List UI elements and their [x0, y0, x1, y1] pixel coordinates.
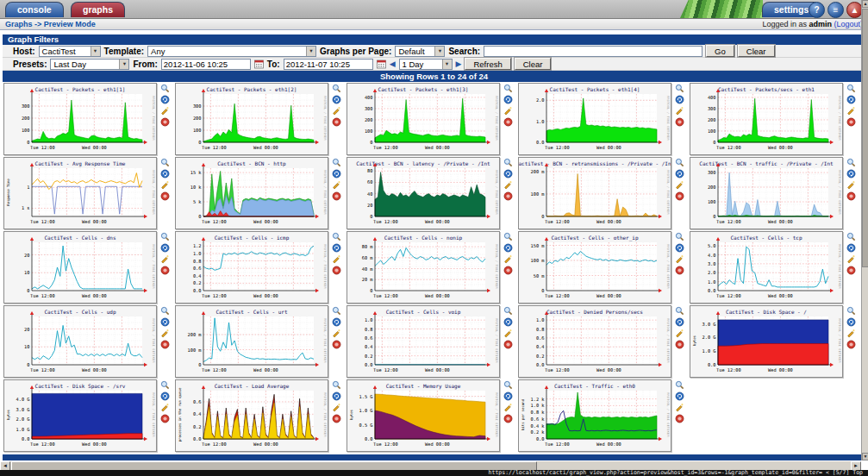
- csv-export-icon[interactable]: [675, 254, 684, 264]
- timespan-select[interactable]: 1 Day: [399, 59, 453, 70]
- csv-export-icon[interactable]: [675, 329, 684, 338]
- graph-thumbnail[interactable]: CactiTest - BCN - latency - /Private - /…: [347, 157, 500, 229]
- kill-graph-icon[interactable]: [846, 266, 856, 275]
- csv-export-icon[interactable]: [503, 329, 513, 338]
- graph-source-icon[interactable]: [675, 317, 684, 327]
- kill-graph-icon[interactable]: [846, 117, 856, 127]
- kill-graph-icon[interactable]: [675, 117, 684, 127]
- csv-export-icon[interactable]: [846, 254, 856, 264]
- graph-source-icon[interactable]: [503, 169, 513, 178]
- zoom-graph-icon[interactable]: [332, 380, 341, 390]
- kill-graph-icon[interactable]: [675, 191, 684, 201]
- zoom-graph-icon[interactable]: [675, 158, 684, 167]
- zoom-graph-icon[interactable]: [160, 380, 170, 390]
- graph-source-icon[interactable]: [332, 95, 341, 104]
- zoom-graph-icon[interactable]: [160, 84, 170, 93]
- zoom-graph-icon[interactable]: [332, 232, 341, 241]
- graph-thumbnail[interactable]: CactiTest - Load Average0.00.20.40.6Tue …: [175, 379, 328, 452]
- graph-thumbnail[interactable]: CactiTest - BCN - traffic - /Private - /…: [690, 157, 843, 229]
- csv-export-icon[interactable]: [160, 254, 170, 264]
- graph-thumbnail[interactable]: CactiTest - Packets - eth1[3]01002003004…: [347, 83, 500, 155]
- go-button[interactable]: Go: [706, 45, 734, 57]
- tab-console[interactable]: console: [5, 2, 64, 17]
- csv-export-icon[interactable]: [160, 180, 170, 190]
- zoom-graph-icon[interactable]: [332, 306, 341, 316]
- clear-button[interactable]: Clear: [738, 45, 775, 57]
- kill-graph-icon[interactable]: [160, 414, 170, 423]
- graph-source-icon[interactable]: [675, 243, 684, 253]
- kill-graph-icon[interactable]: [503, 117, 513, 127]
- csv-export-icon[interactable]: [675, 180, 684, 190]
- zoom-graph-icon[interactable]: [160, 158, 170, 167]
- graph-source-icon[interactable]: [846, 317, 856, 327]
- graph-thumbnail[interactable]: CactiTest - Avg Response Time11 sTue 12:…: [3, 157, 157, 229]
- graph-thumbnail[interactable]: CactiTest - Packets - eth1[4]0.01.02.0Tu…: [518, 83, 671, 155]
- logout-link[interactable]: (Logout): [834, 20, 863, 28]
- tab-graphs[interactable]: graphs: [71, 2, 125, 17]
- graph-thumbnail[interactable]: CactiTest - Memory Usage0.00.5 G1.0 G1.5…: [347, 379, 500, 452]
- graph-source-icon[interactable]: [160, 95, 170, 104]
- graph-source-icon[interactable]: [503, 317, 513, 327]
- csv-export-icon[interactable]: [332, 403, 341, 412]
- graph-thumbnail[interactable]: CactiTest - Disk Space - /srv0.01.0 G2.0…: [3, 379, 157, 452]
- kill-graph-icon[interactable]: [503, 191, 513, 201]
- kill-graph-icon[interactable]: [160, 266, 170, 275]
- graph-source-icon[interactable]: [160, 391, 170, 401]
- zoom-graph-icon[interactable]: [846, 232, 856, 241]
- graph-thumbnail[interactable]: CactiTest - Traffic - eth00.00.2 k0.4 k0…: [518, 379, 671, 452]
- csv-export-icon[interactable]: [846, 106, 856, 116]
- kill-graph-icon[interactable]: [503, 414, 513, 423]
- refresh-button[interactable]: Refresh: [465, 58, 510, 70]
- graph-source-icon[interactable]: [332, 243, 341, 253]
- zoom-graph-icon[interactable]: [160, 306, 170, 316]
- kill-graph-icon[interactable]: [332, 191, 341, 201]
- to-input[interactable]: [284, 59, 373, 70]
- scroll-up-arrow-icon[interactable]: ▲: [862, 0, 868, 8]
- csv-export-icon[interactable]: [160, 403, 170, 412]
- zoom-graph-icon[interactable]: [503, 232, 513, 241]
- vertical-scrollbar[interactable]: ▲ ▼: [861, 0, 868, 460]
- graph-source-icon[interactable]: [846, 95, 856, 104]
- csv-export-icon[interactable]: [332, 254, 341, 264]
- csv-export-icon[interactable]: [332, 106, 341, 116]
- graph-source-icon[interactable]: [675, 169, 684, 178]
- csv-export-icon[interactable]: [675, 403, 684, 412]
- csv-export-icon[interactable]: [846, 329, 856, 338]
- zoom-graph-icon[interactable]: [675, 232, 684, 241]
- template-select[interactable]: Any: [147, 46, 316, 57]
- host-select[interactable]: CactiTest: [39, 46, 101, 57]
- graph-source-icon[interactable]: [332, 169, 341, 178]
- graph-source-icon[interactable]: [503, 95, 513, 104]
- graph-thumbnail[interactable]: CactiTest - Disk Space - /0.01.0 G2.0 G3…: [690, 305, 843, 378]
- zoom-graph-icon[interactable]: [503, 84, 513, 93]
- kill-graph-icon[interactable]: [160, 191, 170, 201]
- graph-thumbnail[interactable]: CactiTest - Cells - icmp0.00.20.40.60.81…: [175, 231, 328, 304]
- graph-source-icon[interactable]: [332, 317, 341, 327]
- kill-graph-icon[interactable]: [160, 117, 170, 127]
- csv-export-icon[interactable]: [846, 180, 856, 190]
- csv-export-icon[interactable]: [332, 180, 341, 190]
- graph-source-icon[interactable]: [160, 317, 170, 327]
- kill-graph-icon[interactable]: [675, 414, 684, 423]
- shift-left-icon[interactable]: ◀: [390, 60, 396, 68]
- zoom-graph-icon[interactable]: [332, 84, 341, 93]
- zoom-graph-icon[interactable]: [675, 380, 684, 390]
- per-page-select[interactable]: Default: [395, 46, 445, 57]
- zoom-graph-icon[interactable]: [846, 306, 856, 316]
- graph-thumbnail[interactable]: CactiTest - Packets/secs - eth1010020030…: [690, 83, 843, 155]
- kill-graph-icon[interactable]: [160, 340, 170, 349]
- kill-graph-icon[interactable]: [846, 191, 856, 201]
- graph-source-icon[interactable]: [503, 243, 513, 253]
- kill-graph-icon[interactable]: [503, 340, 513, 349]
- zoom-graph-icon[interactable]: [846, 158, 856, 167]
- zoom-graph-icon[interactable]: [332, 158, 341, 167]
- zoom-graph-icon[interactable]: [503, 380, 513, 390]
- zoom-graph-icon[interactable]: [503, 158, 513, 167]
- graph-source-icon[interactable]: [503, 391, 513, 401]
- graph-source-icon[interactable]: [332, 391, 341, 401]
- zoom-graph-icon[interactable]: [675, 306, 684, 316]
- graph-source-icon[interactable]: [846, 169, 856, 178]
- breadcrumb-graphs-link[interactable]: Graphs: [5, 20, 33, 28]
- zoom-graph-icon[interactable]: [675, 84, 684, 93]
- graph-thumbnail[interactable]: CactiTest - BCN - retransmissions - /Pri…: [518, 157, 671, 229]
